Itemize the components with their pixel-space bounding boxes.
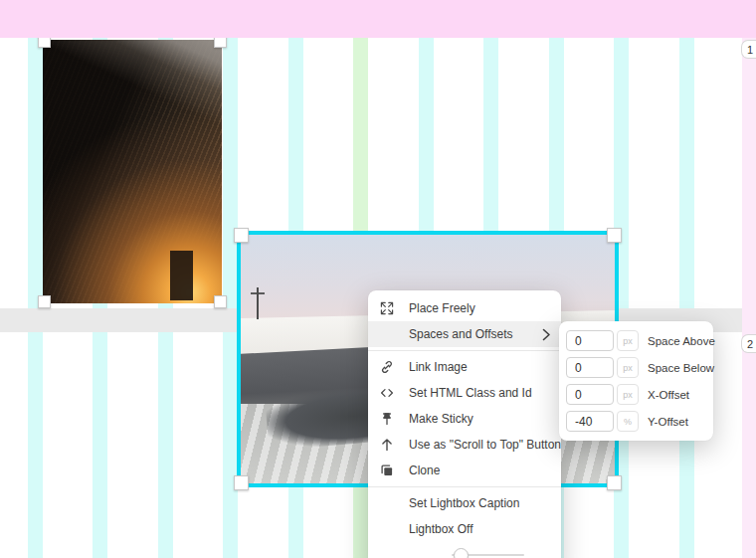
y-offset-unit-label: %: [617, 411, 639, 432]
offset-row-space-below: pxSpace Below: [566, 354, 706, 381]
menu-item-label: Place Freely: [409, 301, 475, 315]
selection-handle[interactable]: [214, 295, 227, 308]
building-photo[interactable]: [43, 40, 222, 303]
x-offset-label: X-Offset: [648, 389, 689, 401]
selection-handle[interactable]: [38, 295, 51, 308]
selection-handle[interactable]: [607, 475, 622, 490]
menu-item-make-sticky[interactable]: Make Sticky: [368, 406, 561, 432]
menu-item-label: Spaces and Offsets: [409, 327, 513, 341]
menu-item-set-lightbox-caption[interactable]: Set Lightbox Caption: [368, 490, 561, 516]
offset-row-y-offset: %Y-Offset: [566, 408, 706, 435]
menu-item-label: Set HTML Class and Id: [409, 386, 532, 400]
menu-item-clone[interactable]: Clone: [368, 458, 561, 483]
spaces-offsets-panel: pxSpace AbovepxSpace BelowpxX-Offset%Y-O…: [559, 321, 713, 441]
menu-item-visibility-slider[interactable]: [368, 542, 561, 558]
menu-divider: [368, 350, 561, 351]
arrow-up-icon: [380, 438, 399, 452]
space-above-unit-label: px: [617, 330, 639, 351]
link-icon: [380, 360, 399, 374]
x-offset-value-input[interactable]: [566, 384, 614, 405]
selection-handle[interactable]: [234, 228, 249, 243]
menu-item-label: Lightbox Off: [409, 522, 473, 536]
menu-item-spaces-and-offsets[interactable]: Spaces and Offsets: [368, 321, 561, 347]
clone-icon: [380, 464, 399, 477]
y-offset-label: Y-Offset: [648, 416, 688, 428]
space-below-unit-label: px: [617, 357, 639, 378]
menu-item-label: Set Lightbox Caption: [409, 496, 519, 510]
expand-icon: [380, 301, 399, 315]
menu-slider-track[interactable]: [452, 554, 524, 556]
context-menu: Place FreelySpaces and Offsets Link Imag…: [368, 290, 561, 558]
pin-icon: [380, 412, 399, 426]
offset-row-x-offset: pxX-Offset: [566, 381, 706, 408]
space-above-label: Space Above: [648, 335, 715, 347]
page-marker-2[interactable]: 2: [741, 334, 756, 353]
chevron-right-icon: [542, 328, 551, 341]
menu-item-link-image[interactable]: Link Image: [368, 354, 561, 380]
code-icon: [380, 386, 399, 400]
layout-guide-column: [679, 38, 694, 558]
menu-divider: [368, 486, 561, 487]
space-below-value-input[interactable]: [566, 357, 614, 378]
menu-item-set-html-class-and-id[interactable]: Set HTML Class and Id: [368, 380, 561, 406]
offset-row-space-above: pxSpace Above: [566, 327, 706, 354]
photo-utility-pole: [257, 287, 259, 320]
menu-item-label: Make Sticky: [409, 412, 473, 426]
space-above-value-input[interactable]: [566, 330, 614, 351]
menu-item-lightbox-off[interactable]: Lightbox Off: [368, 516, 561, 542]
header-section[interactable]: [0, 0, 756, 38]
menu-slider-knob[interactable]: [454, 548, 469, 558]
menu-item-label: Link Image: [409, 360, 468, 374]
x-offset-unit-label: px: [617, 384, 639, 405]
page-marker-1[interactable]: 1: [741, 40, 756, 59]
menu-item-label: Use as "Scroll to Top" Button: [409, 438, 561, 452]
menu-item-use-as-scroll-to-top-button[interactable]: Use as "Scroll to Top" Button: [368, 432, 561, 458]
space-below-label: Space Below: [648, 362, 714, 374]
building-silhouette: [170, 251, 193, 300]
menu-item-place-freely[interactable]: Place Freely: [368, 295, 561, 321]
right-margin-strip: [742, 38, 756, 558]
menu-item-label: Clone: [409, 464, 440, 477]
y-offset-value-input[interactable]: [566, 411, 614, 432]
selection-handle[interactable]: [607, 228, 622, 243]
selection-handle[interactable]: [234, 475, 249, 490]
